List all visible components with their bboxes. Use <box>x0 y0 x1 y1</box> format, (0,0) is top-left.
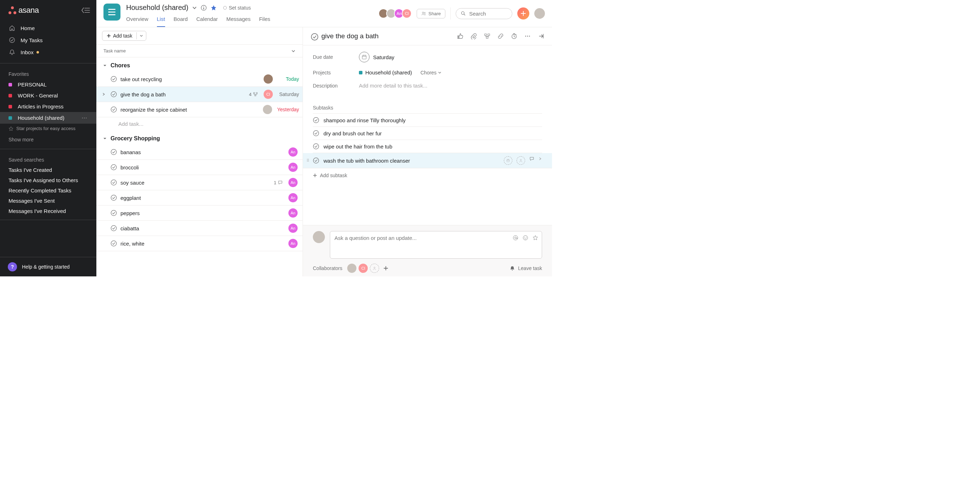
saved-search-item[interactable]: Messages I've Received <box>0 206 96 216</box>
complete-subtask-button[interactable] <box>313 130 319 136</box>
tab-calendar[interactable]: Calendar <box>196 14 218 27</box>
task-row[interactable]: ciabatta An <box>96 221 302 236</box>
timer-button[interactable] <box>511 33 517 39</box>
favorite-star-button[interactable] <box>210 5 217 11</box>
description-field[interactable]: Description Add more detail to this task… <box>313 79 542 92</box>
assignee-avatar[interactable]: Cl <box>264 90 273 99</box>
drag-handle-icon[interactable]: ⠿ <box>307 158 309 163</box>
tab-files[interactable]: Files <box>259 14 270 27</box>
assignee-avatar[interactable]: An <box>288 239 298 248</box>
section-selector[interactable]: Chores <box>420 70 441 75</box>
detail-task-title[interactable]: give the dog a bath <box>321 32 453 40</box>
project-chip[interactable]: Household (shared) <box>359 70 412 75</box>
saved-search-item[interactable]: Messages I've Sent <box>0 196 96 206</box>
copy-link-button[interactable] <box>498 33 504 39</box>
add-subtask-button[interactable]: Add subtask <box>313 168 542 183</box>
set-status-button[interactable]: Set status <box>223 5 251 11</box>
emoji-button[interactable] <box>523 235 528 241</box>
projects-field[interactable]: Projects Household (shared) Chores <box>313 66 542 79</box>
project-menu-button[interactable] <box>192 5 197 10</box>
search-input[interactable] <box>469 11 507 17</box>
section-header[interactable]: Chores <box>96 57 302 72</box>
complete-task-button[interactable] <box>111 194 117 201</box>
show-more-favorites[interactable]: Show more <box>0 133 96 146</box>
task-row[interactable]: reorganize the spice cabinet Yesterday <box>96 102 302 117</box>
assignee-avatar[interactable]: An <box>288 193 298 202</box>
favorite-item[interactable]: Articles in Progress <box>0 101 96 112</box>
subtask-row[interactable]: wipe out the hair from the tub <box>313 140 542 153</box>
current-user-avatar[interactable] <box>534 8 545 19</box>
collaborator-avatar[interactable] <box>347 264 356 273</box>
assignee-avatar[interactable] <box>264 75 273 84</box>
complete-task-button[interactable] <box>111 149 117 155</box>
asana-logo[interactable]: asana <box>8 6 39 15</box>
assignee-avatar[interactable]: An <box>288 178 298 187</box>
add-collaborator-placeholder[interactable] <box>370 264 379 273</box>
attachment-button[interactable] <box>471 33 477 39</box>
subtask-row[interactable]: ⠿ wash the tub with bathroom cleanser <box>303 153 552 168</box>
task-row[interactable]: bananas An <box>96 145 302 160</box>
project-members[interactable]: An Cl <box>380 8 412 18</box>
tab-list[interactable]: List <box>157 14 165 27</box>
assignee-avatar[interactable]: An <box>288 209 298 218</box>
complete-subtask-button[interactable] <box>313 143 319 150</box>
appreciation-button[interactable] <box>533 235 538 241</box>
complete-subtask-button[interactable] <box>313 117 319 123</box>
column-menu-button[interactable] <box>291 49 296 53</box>
global-add-button[interactable] <box>517 8 529 19</box>
close-detail-button[interactable] <box>538 33 544 39</box>
more-actions-button[interactable] <box>524 33 531 39</box>
favorite-item[interactable]: Household (shared) ⋯ <box>0 112 96 124</box>
assignee-avatar[interactable]: An <box>288 147 298 157</box>
complete-task-button[interactable] <box>111 179 117 186</box>
leave-task-button[interactable]: Leave task <box>509 265 542 271</box>
section-header[interactable]: Grocery Shopping <box>96 131 302 145</box>
project-icon[interactable] <box>103 3 121 21</box>
task-row[interactable]: give the dog a bath 4 Cl Saturday <box>96 87 302 102</box>
favorite-item[interactable]: WORK - General <box>0 90 96 101</box>
complete-task-button[interactable] <box>111 106 117 113</box>
tab-overview[interactable]: Overview <box>126 14 148 27</box>
task-row[interactable]: eggplant An <box>96 190 302 205</box>
subtask-open-button[interactable] <box>539 156 542 165</box>
complete-task-button[interactable] <box>111 164 117 170</box>
subtask-row[interactable]: shampoo and rinse Tilly thoroughly <box>313 113 542 127</box>
task-row[interactable]: peppers An <box>96 205 302 221</box>
nav-inbox[interactable]: Inbox <box>0 46 96 58</box>
like-button[interactable] <box>457 33 463 39</box>
project-title[interactable]: Household (shared) <box>126 3 188 12</box>
add-task-dropdown[interactable] <box>137 32 146 39</box>
tab-board[interactable]: Board <box>173 14 188 27</box>
assignee-avatar[interactable] <box>263 105 272 114</box>
complete-task-button[interactable] <box>111 91 117 97</box>
project-info-button[interactable] <box>200 5 207 11</box>
due-date-field[interactable]: Due date Saturday <box>313 48 542 66</box>
expand-subtasks-button[interactable] <box>102 92 107 96</box>
comment-input[interactable] <box>334 235 538 247</box>
saved-search-item[interactable]: Tasks I've Created <box>0 165 96 175</box>
mention-button[interactable] <box>513 235 519 241</box>
help-button[interactable]: ? Help & getting started <box>0 257 96 276</box>
saved-search-item[interactable]: Tasks I've Assigned to Others <box>0 175 96 185</box>
add-task-button[interactable]: Add task <box>102 31 137 40</box>
assignee-avatar[interactable]: An <box>288 224 298 233</box>
assign-subtask-button[interactable] <box>504 156 512 165</box>
complete-task-button[interactable] <box>111 225 117 231</box>
collapse-sidebar-button[interactable] <box>81 7 90 13</box>
complete-subtask-button[interactable] <box>313 157 319 164</box>
subtasks-button[interactable] <box>484 33 490 39</box>
assignee-avatar[interactable]: An <box>288 162 298 172</box>
task-row[interactable]: rice, white An <box>96 236 302 251</box>
complete-task-button[interactable] <box>111 210 117 216</box>
complete-task-button[interactable] <box>311 33 317 39</box>
add-task-inline[interactable]: Add task... <box>96 117 302 131</box>
add-collaborator-button[interactable] <box>381 264 390 273</box>
task-row[interactable]: take out recycling Today <box>96 72 302 87</box>
search-box[interactable] <box>456 8 512 19</box>
favorite-item[interactable]: PERSONAL <box>0 79 96 90</box>
subtask-row[interactable]: dry and brush out her fur <box>313 127 542 140</box>
share-button[interactable]: Share <box>417 9 445 18</box>
subtask-comment-button[interactable] <box>529 156 534 165</box>
nav-home[interactable]: Home <box>0 22 96 34</box>
comment-box[interactable] <box>330 231 542 259</box>
